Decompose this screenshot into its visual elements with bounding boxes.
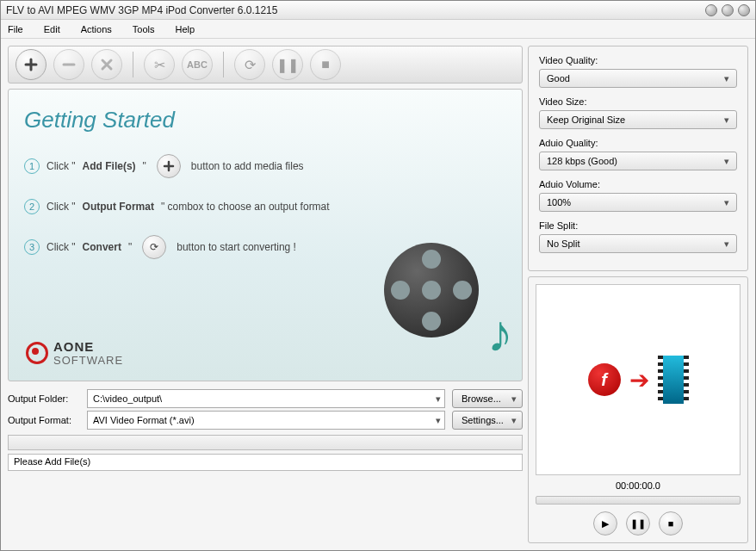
flash-icon: f <box>588 363 621 396</box>
aone-icon <box>26 342 48 364</box>
settings-button[interactable]: Settings... <box>452 411 523 430</box>
film-strip-icon <box>658 356 689 404</box>
getting-started-title: Getting Started <box>24 107 506 133</box>
preview-panel: f ➔ 00:00:00.0 ▶ ❚❚ ■ <box>528 276 748 543</box>
step-3-number: 3 <box>24 239 40 255</box>
getting-started-panel: Getting Started 1 Click "Add File(s)" bu… <box>8 89 523 381</box>
audio-volume-label: Aduio Volume: <box>539 179 737 189</box>
step-1-number: 1 <box>24 158 40 174</box>
pause-icon: ❚❚ <box>276 57 299 73</box>
step-1: 1 Click "Add File(s)" button to add medi… <box>24 154 506 178</box>
audio-quality-combo[interactable]: 128 kbps (Good) <box>539 152 737 170</box>
brand-text: AONESOFTWARE <box>53 339 123 367</box>
file-split-label: File Split: <box>539 220 737 231</box>
refresh-icon: ⟳ <box>245 57 256 73</box>
progress-bar <box>8 435 523 450</box>
close-button[interactable] <box>738 4 750 16</box>
play-button[interactable]: ▶ <box>593 511 617 536</box>
stop-toolbar-button[interactable]: ■ <box>310 49 341 80</box>
rename-button[interactable]: ABC <box>182 49 213 80</box>
abc-icon: ABC <box>187 59 208 70</box>
minimize-button[interactable] <box>705 4 717 16</box>
cut-button[interactable]: ✂ <box>144 49 175 80</box>
output-format-label: Output Format: <box>8 415 80 425</box>
app-window: FLV to AVI MPEG WMV 3GP MP4 iPod Convert… <box>0 0 756 551</box>
audio-quality-label: Aduio Quality: <box>539 138 737 148</box>
menu-tools[interactable]: Tools <box>133 24 155 34</box>
window-title: FLV to AVI MPEG WMV 3GP MP4 iPod Convert… <box>6 4 705 16</box>
step-2: 2 Click "Output Format" combox to choose… <box>24 199 506 214</box>
toolbar: ✂ ABC ⟳ ❚❚ ■ <box>8 46 523 84</box>
music-note-icon: ♪ <box>487 304 513 363</box>
preview-box: f ➔ <box>536 284 741 475</box>
scissors-icon: ✂ <box>154 57 165 73</box>
brand-logo: AONESOFTWARE <box>26 339 123 367</box>
menu-help[interactable]: Help <box>175 24 195 34</box>
window-controls <box>705 4 750 16</box>
clear-all-button[interactable] <box>91 49 122 80</box>
menu-edit[interactable]: Edit <box>44 24 60 34</box>
pause-toolbar-button[interactable]: ❚❚ <box>272 49 303 80</box>
playback-controls: ▶ ❚❚ ■ <box>593 511 683 536</box>
output-folder-label: Output Folder: <box>8 393 80 404</box>
main-area: ✂ ABC ⟳ ❚❚ ■ Getting Started 1 Click "Ad… <box>1 39 755 550</box>
menubar: File Edit Actions Tools Help <box>1 20 755 39</box>
file-split-combo[interactable]: No Split <box>539 234 737 253</box>
pause-button[interactable]: ❚❚ <box>626 511 650 536</box>
output-format-combo[interactable]: AVI Video Format (*.avi) <box>87 411 445 430</box>
menu-file[interactable]: File <box>8 24 23 34</box>
convert-button[interactable]: ⟳ <box>234 49 265 80</box>
video-quality-combo[interactable]: Good <box>539 69 737 88</box>
play-icon: ▶ <box>602 518 609 529</box>
left-column: ✂ ABC ⟳ ❚❚ ■ Getting Started 1 Click "Ad… <box>8 46 523 543</box>
scrub-bar[interactable] <box>536 496 741 505</box>
titlebar: FLV to AVI MPEG WMV 3GP MP4 iPod Convert… <box>1 1 755 20</box>
maximize-button[interactable] <box>722 4 734 16</box>
inline-add-icon <box>157 154 181 178</box>
stop-icon: ■ <box>668 518 674 529</box>
output-section: Output Folder: C:\video_output\ Browse..… <box>8 387 523 471</box>
video-size-label: Video Size: <box>539 96 737 107</box>
audio-volume-combo[interactable]: 100% <box>539 193 737 212</box>
toolbar-separator <box>223 52 224 77</box>
film-reel-graphic: ♪ <box>375 234 496 355</box>
stop-icon: ■ <box>321 57 330 72</box>
inline-convert-icon: ⟳ <box>142 235 166 259</box>
browse-button[interactable]: Browse... <box>452 389 523 408</box>
output-folder-combo[interactable]: C:\video_output\ <box>87 389 445 408</box>
menu-actions[interactable]: Actions <box>81 24 112 34</box>
video-size-combo[interactable]: Keep Original Size <box>539 110 737 129</box>
status-bar: Please Add File(s) <box>8 454 523 471</box>
arrow-right-icon: ➔ <box>629 366 649 394</box>
video-quality-label: Video Quality: <box>539 55 737 65</box>
add-file-button[interactable] <box>15 49 46 80</box>
right-column: Video Quality: Good Video Size: Keep Ori… <box>528 46 748 543</box>
step-2-number: 2 <box>24 199 40 214</box>
timecode: 00:00:00.0 <box>616 480 660 491</box>
toolbar-separator <box>133 52 133 77</box>
stop-button[interactable]: ■ <box>659 511 683 536</box>
settings-panel: Video Quality: Good Video Size: Keep Ori… <box>528 46 748 271</box>
remove-file-button[interactable] <box>53 49 84 80</box>
pause-icon: ❚❚ <box>630 518 646 529</box>
